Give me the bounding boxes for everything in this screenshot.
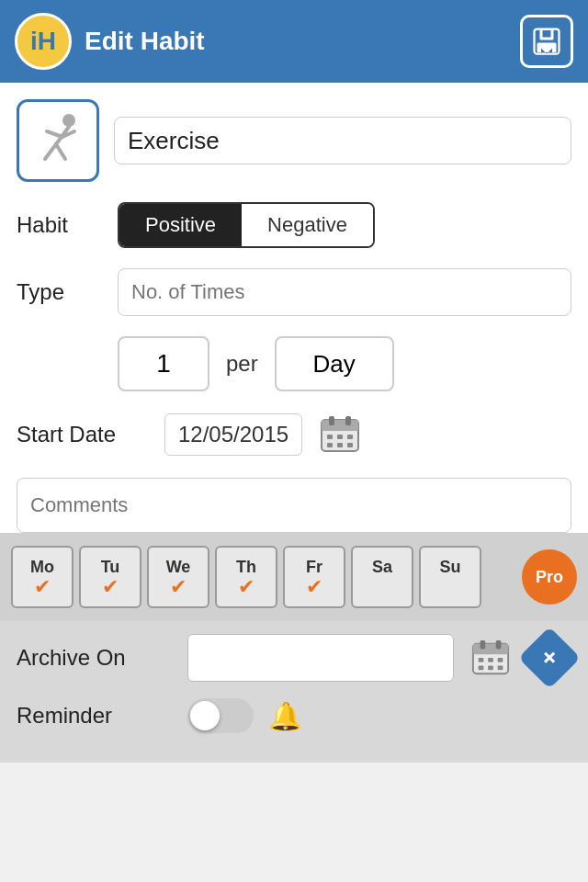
habit-icon-button[interactable] bbox=[17, 99, 99, 182]
habit-type-row: Habit Positive Negative bbox=[17, 202, 571, 248]
reminder-label: Reminder bbox=[17, 703, 173, 729]
comments-input[interactable] bbox=[17, 478, 571, 533]
archive-calendar-icon[interactable] bbox=[469, 636, 513, 680]
habit-icon-row bbox=[17, 99, 571, 182]
svg-point-5 bbox=[62, 114, 75, 127]
archive-clear-button[interactable]: + bbox=[518, 627, 581, 689]
svg-rect-19 bbox=[337, 443, 343, 447]
type-input[interactable] bbox=[118, 268, 571, 316]
reminder-row: Reminder 🔔 bbox=[17, 698, 571, 733]
start-date-calendar-icon[interactable] bbox=[317, 412, 363, 458]
svg-rect-24 bbox=[496, 640, 502, 650]
day-saturday[interactable]: Sa ✔ bbox=[351, 546, 413, 608]
positive-toggle[interactable]: Positive bbox=[119, 204, 242, 246]
count-row: 1 per Day bbox=[118, 336, 571, 391]
running-person-icon bbox=[28, 111, 87, 170]
svg-rect-29 bbox=[488, 666, 493, 671]
main-content: Habit Positive Negative Type 1 per Day S… bbox=[0, 83, 588, 533]
svg-rect-13 bbox=[329, 416, 334, 425]
svg-rect-18 bbox=[327, 443, 333, 447]
reminder-toggle[interactable] bbox=[187, 698, 254, 733]
habit-name-input[interactable] bbox=[114, 117, 571, 164]
negative-toggle[interactable]: Negative bbox=[242, 204, 373, 246]
header-left: iH Edit Habit bbox=[15, 13, 205, 70]
archive-row: Archive On + bbox=[17, 634, 571, 682]
start-date-value[interactable]: 12/05/2015 bbox=[164, 413, 302, 456]
svg-rect-25 bbox=[479, 658, 484, 662]
period-selector[interactable]: Day bbox=[275, 336, 394, 391]
archive-date-input[interactable] bbox=[187, 634, 454, 682]
start-date-label: Start Date bbox=[17, 422, 150, 447]
page-title: Edit Habit bbox=[85, 27, 205, 56]
svg-rect-4 bbox=[543, 30, 551, 38]
svg-rect-17 bbox=[347, 435, 353, 439]
save-button[interactable] bbox=[520, 15, 573, 68]
habit-label: Habit bbox=[17, 212, 99, 238]
archive-label: Archive On bbox=[17, 645, 173, 671]
day-wednesday[interactable]: We ✔ bbox=[147, 546, 209, 608]
svg-rect-23 bbox=[481, 640, 486, 650]
svg-rect-26 bbox=[488, 658, 493, 662]
day-tuesday[interactable]: Tu ✔ bbox=[79, 546, 141, 608]
svg-line-7 bbox=[47, 131, 62, 137]
count-input[interactable]: 1 bbox=[118, 336, 209, 391]
start-date-row: Start Date 12/05/2015 bbox=[17, 412, 571, 458]
svg-rect-28 bbox=[479, 666, 484, 671]
day-friday[interactable]: Fr ✔ bbox=[283, 546, 345, 608]
app-header: iH Edit Habit bbox=[0, 0, 588, 83]
type-row: Type bbox=[17, 268, 571, 316]
save-icon bbox=[530, 25, 563, 58]
svg-rect-16 bbox=[337, 435, 343, 439]
bottom-section: Archive On + Reminder bbox=[0, 621, 588, 763]
svg-rect-30 bbox=[498, 666, 503, 671]
svg-rect-2 bbox=[537, 43, 557, 53]
svg-rect-20 bbox=[347, 443, 353, 447]
days-section: Mo ✔ Tu ✔ We ✔ Th ✔ Fr ✔ Sa ✔ Su ✔ Pro bbox=[0, 533, 588, 621]
svg-line-9 bbox=[45, 144, 56, 159]
per-label: per bbox=[226, 351, 258, 377]
pro-badge[interactable]: Pro bbox=[522, 549, 577, 605]
svg-line-10 bbox=[56, 144, 65, 159]
svg-rect-14 bbox=[345, 416, 351, 425]
svg-rect-22 bbox=[473, 644, 508, 654]
habit-toggle-group[interactable]: Positive Negative bbox=[118, 202, 375, 248]
day-sunday[interactable]: Su ✔ bbox=[419, 546, 481, 608]
day-monday[interactable]: Mo ✔ bbox=[11, 546, 74, 608]
svg-rect-15 bbox=[327, 435, 333, 439]
svg-rect-27 bbox=[498, 658, 503, 662]
app-logo: iH bbox=[15, 13, 72, 70]
type-label: Type bbox=[17, 279, 99, 305]
svg-rect-12 bbox=[322, 420, 358, 431]
day-thursday[interactable]: Th ✔ bbox=[215, 546, 277, 608]
bell-icon: 🔔 bbox=[268, 700, 302, 732]
